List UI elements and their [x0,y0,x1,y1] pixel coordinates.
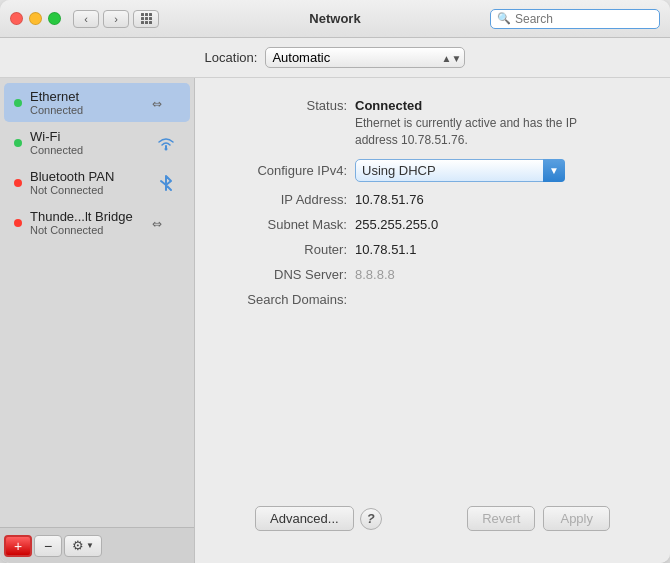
configure-ipv4-select[interactable]: Using DHCP Manually Using BootP Off [355,159,565,182]
ethernet-status-dot [14,99,22,107]
thunderbolt-text: Thunde...lt Bridge Not Connected [30,209,144,236]
remove-network-button[interactable]: − [34,535,62,557]
search-domains-row: Search Domains: [225,292,640,307]
bottom-full-row: Advanced... ? Revert Apply [255,506,610,531]
nav-buttons: ‹ › [73,10,129,28]
ip-address-row: IP Address: 10.78.51.76 [225,192,640,207]
status-description: Ethernet is currently active and has the… [355,115,585,149]
bluetooth-symbol-icon [155,174,177,192]
wifi-signal-icon [155,134,177,152]
status-value: Connected [355,98,585,113]
dns-value: 8.8.8.8 [355,267,395,282]
thunderbolt-status-dot [14,219,22,227]
ethernet-status: Connected [30,104,144,116]
bluetooth-icon [152,173,180,193]
forward-button[interactable]: › [103,10,129,28]
configure-select-wrapper: Using DHCP Manually Using BootP Off ▼ [355,159,565,182]
svg-point-1 [165,147,168,150]
router-row: Router: 10.78.51.1 [225,242,640,257]
thunderbolt-arrows-icon: ⇔ [152,214,180,232]
location-select-wrapper: Automatic ▲▼ [265,47,465,68]
location-bar: Location: Automatic ▲▼ [0,38,670,78]
search-domains-label: Search Domains: [225,292,355,307]
wifi-status-dot [14,139,22,147]
location-select[interactable]: Automatic [265,47,465,68]
sidebar-toolbar: + − ⚙ ▼ [0,527,194,563]
titlebar: ‹ › Network 🔍 [0,0,670,38]
bluetooth-status-dot [14,179,22,187]
detail-rows: Status: Connected Ethernet is currently … [225,98,640,498]
thunderbolt-status: Not Connected [30,224,144,236]
grid-button[interactable] [133,10,159,28]
maximize-button[interactable] [48,12,61,25]
subnet-label: Subnet Mask: [225,217,355,232]
search-input[interactable] [515,12,645,26]
dns-server-row: DNS Server: 8.8.8.8 [225,267,640,282]
revert-button[interactable]: Revert [467,506,535,531]
network-settings-button[interactable]: ⚙ ▼ [64,535,102,557]
sidebar-list: Ethernet Connected ⇔ Wi-Fi Connected [0,78,194,527]
add-network-button[interactable]: + [4,535,32,557]
wifi-icon [152,133,180,153]
main-content: Ethernet Connected ⇔ Wi-Fi Connected [0,78,670,563]
ethernet-arrows-icon: ⇔ [152,94,180,112]
close-button[interactable] [10,12,23,25]
apply-button[interactable]: Apply [543,506,610,531]
back-button[interactable]: ‹ [73,10,99,28]
ethernet-icon: ⇔ [152,93,180,113]
gear-icon: ⚙ [72,538,84,553]
sidebar-item-thunderbolt[interactable]: Thunde...lt Bridge Not Connected ⇔ [4,203,190,242]
subnet-value: 255.255.255.0 [355,217,438,232]
network-window: ‹ › Network 🔍 Location: Automatic ▲▼ [0,0,670,563]
svg-text:⇔: ⇔ [152,217,162,231]
bluetooth-name: Bluetooth PAN [30,169,144,184]
search-box[interactable]: 🔍 [490,9,660,29]
thunderbolt-icon: ⇔ [152,213,180,233]
wifi-name: Wi-Fi [30,129,144,144]
sidebar-item-bluetooth[interactable]: Bluetooth PAN Not Connected [4,163,190,202]
svg-text:⇔: ⇔ [152,97,162,111]
status-block: Connected Ethernet is currently active a… [355,98,585,149]
advanced-button[interactable]: Advanced... [255,506,354,531]
grid-icon [141,13,152,24]
status-label: Status: [225,98,355,113]
bottom-bar: Advanced... ? Revert Apply [225,498,640,543]
detail-panel: Status: Connected Ethernet is currently … [195,78,670,563]
wifi-status: Connected [30,144,144,156]
sidebar-item-ethernet[interactable]: Ethernet Connected ⇔ [4,83,190,122]
ip-value: 10.78.51.76 [355,192,424,207]
bottom-right: Revert Apply [467,506,610,531]
ip-label: IP Address: [225,192,355,207]
router-label: Router: [225,242,355,257]
configure-ipv4-row: Configure IPv4: Using DHCP Manually Usin… [225,159,640,182]
subnet-mask-row: Subnet Mask: 255.255.255.0 [225,217,640,232]
help-button[interactable]: ? [360,508,382,530]
bluetooth-text: Bluetooth PAN Not Connected [30,169,144,196]
bluetooth-status: Not Connected [30,184,144,196]
gear-dropdown-arrow: ▼ [86,541,94,550]
minimize-button[interactable] [29,12,42,25]
router-value: 10.78.51.1 [355,242,416,257]
status-row: Status: Connected Ethernet is currently … [225,98,640,149]
ethernet-name: Ethernet [30,89,144,104]
thunderbolt-name: Thunde...lt Bridge [30,209,144,224]
configure-label: Configure IPv4: [225,163,355,178]
sidebar-item-wifi[interactable]: Wi-Fi Connected [4,123,190,162]
traffic-lights [10,12,61,25]
sidebar: Ethernet Connected ⇔ Wi-Fi Connected [0,78,195,563]
dns-label: DNS Server: [225,267,355,282]
bottom-left: Advanced... ? [255,506,382,531]
wifi-text: Wi-Fi Connected [30,129,144,156]
search-icon: 🔍 [497,12,511,25]
location-label: Location: [205,50,258,65]
ethernet-text: Ethernet Connected [30,89,144,116]
window-title: Network [309,11,360,26]
